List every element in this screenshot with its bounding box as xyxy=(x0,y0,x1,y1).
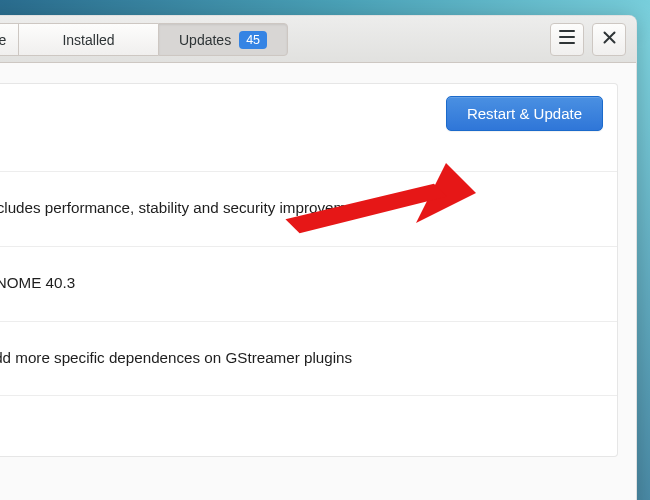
content-area: Restart & Update Includes performance, s… xyxy=(0,63,636,500)
tab-label: e xyxy=(0,32,6,48)
close-icon xyxy=(603,30,616,48)
updates-panel: Restart & Update Includes performance, s… xyxy=(0,83,618,457)
tab-explore-fragment[interactable]: e xyxy=(0,23,18,56)
view-switcher: e Installed Updates 45 xyxy=(0,16,288,62)
tab-installed[interactable]: Installed xyxy=(18,23,158,56)
update-item[interactable]: GNOME 40.3 xyxy=(0,247,617,321)
hamburger-icon xyxy=(559,30,575,48)
close-button[interactable] xyxy=(592,23,626,56)
updates-count-badge: 45 xyxy=(239,31,267,49)
update-item[interactable]: Add more specific dependences on GStream… xyxy=(0,322,617,396)
tab-updates[interactable]: Updates 45 xyxy=(158,23,288,56)
tab-label: Installed xyxy=(62,32,114,48)
update-item[interactable] xyxy=(0,396,617,456)
update-description: Includes performance, stability and secu… xyxy=(0,198,379,218)
menu-button[interactable] xyxy=(550,23,584,56)
update-item[interactable]: Includes performance, stability and secu… xyxy=(0,172,617,246)
headerbar: e Installed Updates 45 xyxy=(0,16,636,63)
action-row: Restart & Update xyxy=(0,84,617,171)
restart-update-button[interactable]: Restart & Update xyxy=(446,96,603,131)
software-window: e Installed Updates 45 Restart & Updat xyxy=(0,15,637,500)
update-description: GNOME 40.3 xyxy=(0,273,75,293)
tab-label: Updates xyxy=(179,32,231,48)
update-description: Add more specific dependences on GStream… xyxy=(0,348,352,368)
